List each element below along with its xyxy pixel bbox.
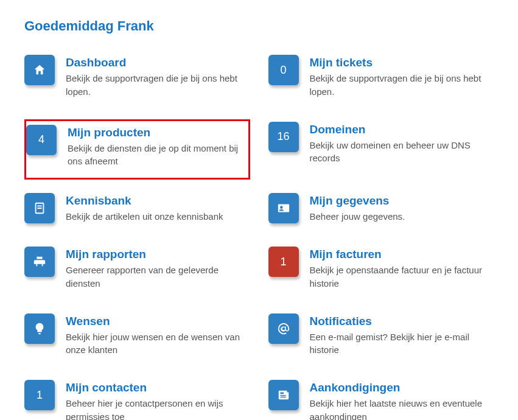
at-icon	[277, 322, 290, 335]
card-desc: Bekijk hier het laatste nieuws en eventu…	[310, 397, 491, 420]
card-desc: Bekijk uw domeinen en beheer uw DNS reco…	[310, 139, 491, 166]
card-title: Mijn gegevens	[310, 194, 491, 208]
card-title: Mijn producten	[68, 126, 245, 139]
card-desc: Genereer rapporten van de geleverde dien…	[66, 264, 247, 290]
card-desc: Bekijk de supportvragen die je bij ons h…	[310, 72, 491, 99]
card-wishes[interactable]: Wensen Bekijk hier jouw wensen en de wen…	[24, 311, 250, 367]
tile-notifications	[268, 313, 299, 344]
card-desc: Beheer jouw gegevens.	[310, 210, 491, 223]
tile-mydata	[268, 193, 299, 223]
news-icon	[277, 388, 290, 402]
card-domains[interactable]: 16 Domeinen Bekijk uw domeinen en beheer…	[268, 119, 494, 180]
card-dashboard[interactable]: Dashboard Bekijk de supportvragen die je…	[24, 52, 250, 108]
tile-domains: 16	[268, 122, 299, 152]
card-title: Mijn facturen	[310, 248, 491, 261]
card-title: Mijn rapporten	[66, 248, 247, 261]
card-desc: Bekijk de diensten die je op dit moment …	[68, 142, 245, 169]
card-contacts[interactable]: 1 Mijn contacten Beheer hier je contactp…	[24, 377, 250, 420]
card-desc: Bekijk hier jouw wensen en de wensen van…	[66, 331, 247, 357]
card-tickets[interactable]: 0 Mijn tickets Bekijk de supportvragen d…	[268, 52, 494, 108]
home-icon	[33, 63, 46, 77]
card-desc: Een e-mail gemist? Bekijk hier je e-mail…	[310, 331, 491, 357]
card-invoices[interactable]: 1 Mijn facturen Bekijk je openstaande fa…	[268, 244, 494, 300]
card-title: Kennisbank	[66, 194, 247, 208]
tile-contacts: 1	[24, 380, 55, 410]
print-icon	[33, 255, 46, 268]
book-icon	[33, 201, 46, 215]
greeting-title: Goedemiddag Frank	[24, 18, 494, 34]
card-title: Dashboard	[66, 56, 247, 69]
dashboard-grid: Dashboard Bekijk de supportvragen die je…	[24, 52, 494, 420]
card-title: Mijn contacten	[66, 381, 247, 394]
id-card-icon	[277, 201, 290, 215]
card-kb[interactable]: Kennisbank Bekijk de artikelen uit onze …	[24, 191, 250, 233]
card-mydata[interactable]: Mijn gegevens Beheer jouw gegevens.	[268, 191, 494, 233]
card-title: Notificaties	[310, 315, 491, 328]
tile-wishes	[24, 313, 55, 344]
tile-tickets: 0	[268, 55, 299, 85]
card-announcements[interactable]: Aankondigingen Bekijk hier het laatste n…	[268, 377, 494, 420]
card-notifications[interactable]: Notificaties Een e-mail gemist? Bekijk h…	[268, 311, 494, 367]
card-title: Mijn tickets	[310, 56, 491, 69]
card-products[interactable]: 4 Mijn producten Bekijk de diensten die …	[24, 119, 250, 180]
card-title: Aankondigingen	[310, 381, 491, 394]
card-desc: Beheer hier je contactpersonen en wijs p…	[66, 397, 247, 420]
tile-products: 4	[26, 125, 57, 155]
card-desc: Bekijk de supportvragen die je bij ons h…	[66, 72, 247, 99]
card-reports[interactable]: Mijn rapporten Genereer rapporten van de…	[24, 244, 250, 300]
tile-kb	[24, 193, 55, 223]
card-title: Domeinen	[310, 123, 491, 136]
tile-announcements	[268, 380, 299, 410]
card-desc: Bekijk de artikelen uit onze kennisbank	[66, 210, 247, 223]
tile-dashboard	[24, 55, 55, 85]
card-desc: Bekijk je openstaande factuur en je fact…	[310, 264, 491, 290]
card-title: Wensen	[66, 315, 247, 328]
tile-reports	[24, 247, 55, 277]
bulb-icon	[33, 322, 46, 335]
tile-invoices: 1	[268, 247, 299, 277]
